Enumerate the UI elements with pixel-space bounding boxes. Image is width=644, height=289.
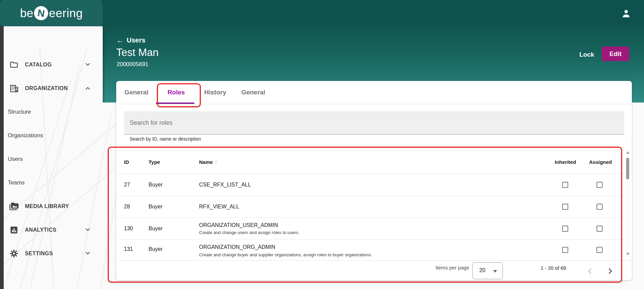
assigned-checkbox[interactable] (597, 247, 603, 253)
sidebar-item-label: Structure (8, 109, 31, 115)
cell-description: Create and change buyer and supplier org… (199, 252, 372, 257)
cell-id: 27 (124, 174, 130, 196)
cell-name: CSE_RFX_LIST_ALL (199, 174, 251, 196)
footer-divider (116, 260, 632, 261)
media-library-icon (9, 202, 19, 211)
column-header-type[interactable]: Type (149, 159, 160, 165)
sidebar-item-label: Organizations (8, 132, 43, 139)
cell-type: Buyer (149, 196, 163, 218)
logo-text-right: eering (49, 6, 83, 20)
edit-button[interactable]: Edit (602, 47, 629, 61)
table-top-divider (116, 151, 624, 151)
cell-id: 28 (124, 196, 130, 218)
sidebar-item-label: Users (8, 156, 23, 163)
sidebar-item-catalog[interactable]: CATALOG (0, 56, 103, 74)
sidebar-item-label: MEDIA LIBRARY (25, 203, 69, 209)
previous-page-chevron-icon[interactable] (588, 268, 594, 274)
page-title: Test Man (116, 47, 159, 59)
column-header-name-label: Name (199, 159, 213, 165)
table-row: 27 Buyer CSE_RFX_LIST_ALL (116, 174, 624, 196)
cell-type: Buyer (149, 246, 163, 252)
scroll-up-arrow-icon[interactable] (626, 151, 630, 154)
select-caret-icon (493, 270, 497, 272)
sidebar-item-label: ORGANIZATION (25, 85, 68, 91)
search-hint: Search by ID, name or description (130, 136, 201, 142)
sidebar-shadow (103, 26, 105, 103)
cell-name: RFX_VIEW_ALL (199, 196, 239, 218)
chevron-up-icon[interactable] (86, 87, 90, 91)
table-row: 28 Buyer RFX_VIEW_ALL (116, 196, 624, 218)
column-header-inherited: Inherited (555, 159, 576, 165)
sidebar: CATALOG ORGANIZATION Structure Organizat… (0, 26, 103, 289)
table-row: 130 Buyer ORGANIZATION_USER_ADMIN Create… (116, 218, 624, 239)
assigned-checkbox[interactable] (597, 182, 603, 188)
logo-n-badge-icon: N (33, 5, 49, 21)
column-header-assigned: Assigned (589, 159, 612, 165)
next-page-chevron-icon[interactable] (607, 268, 612, 274)
cell-type: Buyer (149, 218, 163, 239)
tab-roles[interactable]: Roles (156, 81, 196, 104)
tab-history[interactable]: History (195, 81, 235, 104)
building-icon (9, 84, 19, 93)
sidebar-item-media-library[interactable]: MEDIA LIBRARY (0, 198, 103, 215)
folder-icon (9, 60, 19, 69)
analytics-icon (9, 226, 19, 235)
back-arrow-icon: ← (116, 36, 124, 44)
items-per-page-label: Items per page (402, 265, 469, 270)
sidebar-item-teams[interactable]: Teams (0, 174, 103, 192)
sidebar-item-organization[interactable]: ORGANIZATION (0, 80, 103, 97)
chevron-down-icon[interactable] (86, 61, 90, 66)
inherited-checkbox[interactable] (562, 182, 568, 188)
column-header-id[interactable]: ID (124, 159, 129, 165)
column-header-name[interactable]: Name↑ (199, 159, 217, 165)
chevron-down-icon[interactable] (86, 250, 90, 255)
roles-search-field (124, 111, 624, 135)
sidebar-item-label: SETTINGS (25, 251, 53, 257)
sidebar-item-label: ANALYTICS (25, 227, 57, 233)
cell-name: ORGANIZATION_ORG_ADMIN (199, 244, 275, 250)
sidebar-item-settings[interactable]: SETTINGS (0, 245, 103, 262)
cell-id: 131 (124, 246, 133, 252)
page-size-select[interactable]: 20 (472, 262, 503, 279)
top-bar: be N eering (0, 0, 644, 26)
pagination-range: 1 - 20 of 69 (533, 265, 574, 271)
tabs-divider (116, 104, 632, 104)
account-person-icon[interactable] (621, 8, 631, 19)
app-logo[interactable]: be N eering (0, 0, 103, 26)
tab-general-pos (117, 81, 155, 104)
inherited-checkbox[interactable] (562, 204, 568, 210)
sidebar-item-structure[interactable]: Structure (0, 103, 103, 121)
sidebar-item-analytics[interactable]: ANALYTICS (0, 221, 103, 239)
cell-type: Buyer (149, 174, 163, 196)
back-to-users-link[interactable]: ← Users (116, 36, 146, 44)
tab-general[interactable]: General (233, 81, 273, 104)
sidebar-item-organizations[interactable]: Organizations (0, 127, 103, 144)
logo-text-left: be (20, 6, 33, 20)
cell-name: ORGANIZATION_USER_ADMIN (199, 222, 278, 228)
chevron-down-icon[interactable] (86, 227, 90, 231)
user-id: 2000005691 (117, 61, 149, 68)
cell-id: 130 (124, 218, 133, 239)
sort-ascending-icon: ↑ (215, 159, 218, 165)
sidebar-item-users[interactable]: Users (0, 150, 103, 168)
lock-button[interactable]: Lock (577, 50, 597, 60)
table-row: 131 Buyer ORGANIZATION_ORG_ADMIN Create … (116, 239, 624, 260)
inherited-checkbox[interactable] (562, 226, 568, 232)
inherited-checkbox[interactable] (562, 247, 568, 253)
content-card: General Roles History General Search by … (116, 81, 632, 280)
settings-gear-icon (9, 249, 19, 258)
assigned-checkbox[interactable] (597, 204, 603, 210)
scroll-down-arrow-icon[interactable] (626, 253, 630, 255)
sidebar-item-label: CATALOG (25, 62, 52, 68)
page-size-value: 20 (479, 267, 485, 273)
assigned-checkbox[interactable] (597, 226, 603, 232)
table-scrollbar[interactable] (625, 149, 630, 257)
search-input[interactable] (130, 111, 618, 134)
scrollbar-thumb[interactable] (626, 158, 629, 179)
back-link-label: Users (127, 36, 146, 44)
sidebar-item-label: Teams (8, 179, 25, 186)
cell-description: Create and change users and assign roles… (199, 230, 299, 235)
